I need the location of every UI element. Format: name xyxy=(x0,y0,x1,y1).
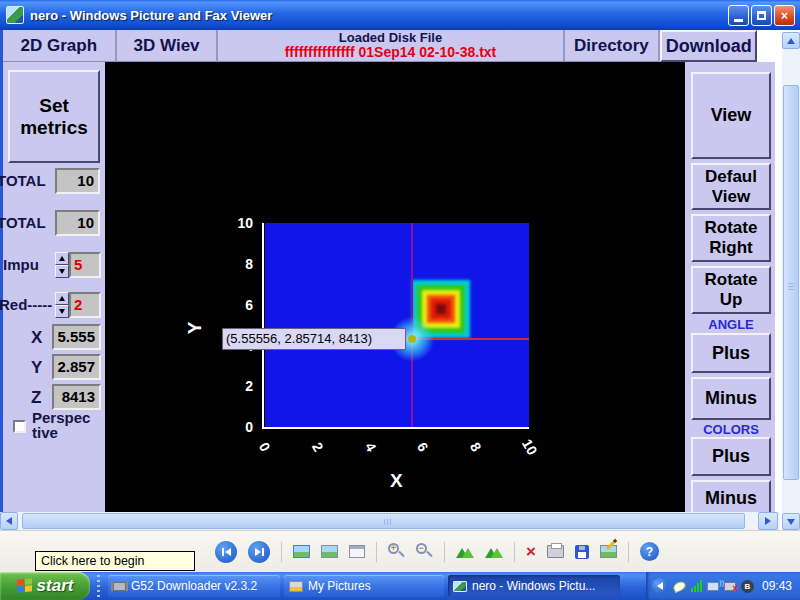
horizontal-scrollbar[interactable] xyxy=(0,512,780,530)
total2-value: 10 xyxy=(55,210,100,236)
rotate-cw-icon xyxy=(485,545,503,558)
rotate-counterclockwise-button[interactable] xyxy=(456,545,474,558)
impu-up-button[interactable] xyxy=(55,252,69,265)
zoom-out-button[interactable]: − xyxy=(416,543,433,560)
red-up-button[interactable] xyxy=(55,292,69,305)
download-button[interactable]: Download xyxy=(660,30,757,62)
z-field-value: 8413 xyxy=(52,384,101,410)
toolbar-separator xyxy=(444,542,445,562)
y-tick: 2 xyxy=(223,378,253,394)
system-tray: B 09:43 xyxy=(646,572,800,600)
zoom-in-button[interactable]: + xyxy=(388,543,405,560)
horizontal-scroll-thumb[interactable] xyxy=(22,513,745,529)
y-axis-label: Y xyxy=(184,322,206,335)
status-tooltip: Click here to begin xyxy=(35,551,195,571)
minimize-icon xyxy=(734,19,743,22)
actual-size-button[interactable] xyxy=(321,545,338,558)
messenger-icon[interactable] xyxy=(672,579,688,593)
start-button[interactable]: start xyxy=(0,572,90,600)
cursor-point xyxy=(408,335,416,343)
view-button[interactable]: View xyxy=(691,72,771,159)
impu-value[interactable]: 5 xyxy=(69,252,101,278)
impu-down-button[interactable] xyxy=(55,265,69,278)
network-error-icon[interactable] xyxy=(724,582,736,591)
minimize-button[interactable] xyxy=(728,5,749,26)
rotate-clockwise-button[interactable] xyxy=(485,545,503,558)
save-button[interactable] xyxy=(575,545,589,559)
scroll-right-button[interactable] xyxy=(758,512,778,530)
delete-button[interactable]: × xyxy=(526,543,536,560)
colors-section-label: COLORS xyxy=(691,422,771,437)
x-field-value: 5.555 xyxy=(52,324,101,350)
impu-spinner[interactable] xyxy=(55,252,69,278)
bluetooth-icon[interactable]: B xyxy=(741,580,754,593)
x-tick: 4 xyxy=(362,440,380,455)
chip-icon xyxy=(113,582,126,591)
toolbar-separator xyxy=(281,542,282,562)
help-button[interactable]: ? xyxy=(640,542,659,561)
directory-button[interactable]: Directory xyxy=(565,30,661,62)
edit-icon xyxy=(600,545,617,558)
perspective-label: Perspec tive xyxy=(32,410,94,440)
vertical-scroll-thumb[interactable] xyxy=(783,85,799,480)
edit-button[interactable] xyxy=(600,545,617,558)
perspective-checkbox[interactable] xyxy=(13,420,26,433)
next-icon xyxy=(255,548,261,556)
task-button-my-pictures[interactable]: My Pictures xyxy=(284,575,444,597)
print-button[interactable] xyxy=(547,545,564,558)
coordinate-tooltip: (5.55556, 2.85714, 8413) xyxy=(222,328,406,350)
x-tick: 2 xyxy=(309,440,327,455)
red-down-button[interactable] xyxy=(55,305,69,318)
default-view-button[interactable]: Defaul View xyxy=(691,163,771,210)
maximize-button[interactable] xyxy=(751,5,772,26)
best-fit-icon xyxy=(293,545,310,558)
rotate-right-button[interactable]: Rotate Right xyxy=(691,214,771,262)
down-arrow-icon xyxy=(59,269,65,274)
y-axis-line xyxy=(262,223,264,429)
rotate-ccw-icon xyxy=(456,545,474,558)
x-axis-line xyxy=(262,427,529,429)
loaded-filename: fffffffffffffff 01Sep14 02-10-38.txt xyxy=(285,45,497,60)
collapse-chevron-icon[interactable] xyxy=(652,578,668,594)
scroll-down-button[interactable] xyxy=(782,513,800,530)
quick-launch-divider[interactable] xyxy=(93,575,103,597)
tab-2d-graph[interactable]: 2D Graph xyxy=(3,30,117,62)
up-arrow-icon xyxy=(59,256,65,261)
picture-viewer-icon xyxy=(6,6,24,24)
task-button-downloader[interactable]: G52 Downloader v2.3.2 xyxy=(108,575,280,597)
right-control-panel: View Defaul View Rotate Right Rotate Up … xyxy=(685,62,775,512)
window-title: nero - Windows Picture and Fax Viewer xyxy=(30,8,272,23)
x-tick: 6 xyxy=(414,440,432,455)
colors-minus-button[interactable]: Minus xyxy=(691,480,771,516)
angle-minus-button[interactable]: Minus xyxy=(691,377,771,420)
set-metrics-button[interactable]: Set metrics xyxy=(8,70,100,163)
right-arrow-icon xyxy=(765,517,771,525)
tab-3d-view[interactable]: 3D Wiev xyxy=(117,30,219,62)
toolbar-separator xyxy=(514,542,515,562)
close-button[interactable]: × xyxy=(774,5,795,26)
scroll-left-button[interactable] xyxy=(0,512,18,530)
close-icon: × xyxy=(781,9,788,23)
previous-image-button[interactable] xyxy=(215,541,237,563)
wireless-network-icon[interactable] xyxy=(707,582,719,591)
angle-plus-button[interactable]: Plus xyxy=(691,333,771,373)
windows-logo-icon xyxy=(17,578,32,594)
red-spinner[interactable] xyxy=(55,292,69,318)
colors-plus-button[interactable]: Plus xyxy=(691,437,771,476)
total2-label: TOTAL xyxy=(0,214,46,231)
rotate-up-button[interactable]: Rotate Up xyxy=(691,266,771,314)
toolbar-separator xyxy=(628,542,629,562)
scroll-up-button[interactable] xyxy=(782,32,800,49)
plot-area[interactable]: 10 8 6 4 2 0 0 2 4 6 8 10 Y X (5.55556, … xyxy=(105,62,685,512)
task-button-nero-viewer[interactable]: nero - Windows Pictu... xyxy=(448,575,620,597)
slideshow-button[interactable] xyxy=(349,545,365,558)
red-value[interactable]: 2 xyxy=(69,292,101,318)
next-image-button[interactable] xyxy=(248,541,270,563)
signal-strength-icon[interactable] xyxy=(691,580,702,592)
z-field-label: Z xyxy=(31,388,41,408)
best-fit-button[interactable] xyxy=(293,545,310,558)
title-bar: nero - Windows Picture and Fax Viewer × xyxy=(0,0,800,30)
down-arrow-icon xyxy=(787,519,795,525)
previous-icon xyxy=(222,548,224,556)
vertical-scrollbar[interactable] xyxy=(782,32,800,560)
